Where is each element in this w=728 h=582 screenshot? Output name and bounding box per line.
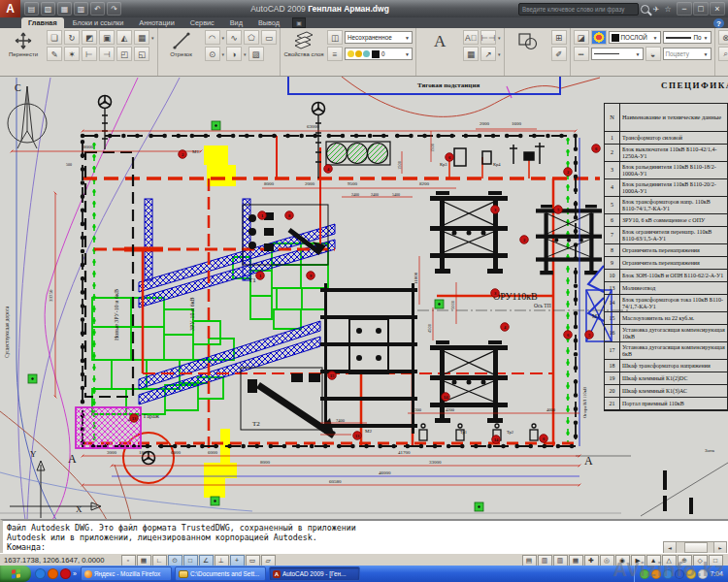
tab-tools[interactable]: Сервис bbox=[183, 17, 221, 28]
circle-tool-icon[interactable]: ⊙ bbox=[205, 47, 220, 61]
color-select[interactable]: ПОСЛОЙ▼ bbox=[609, 31, 661, 44]
leader-tool-icon[interactable]: ↗ bbox=[480, 47, 496, 61]
tray-globe-icon[interactable] bbox=[663, 569, 673, 579]
plot-button[interactable]: ▥ bbox=[74, 2, 88, 16]
zoom-utility-icon[interactable]: ⌕ bbox=[718, 47, 728, 61]
lineweight-select[interactable]: По▼ bbox=[663, 31, 711, 44]
rotate-tool-icon[interactable]: ↻ bbox=[64, 30, 80, 45]
offset-tool-icon[interactable]: ◱ bbox=[134, 47, 149, 61]
firefox-quicklaunch-icon[interactable] bbox=[48, 568, 58, 579]
scroll-right-icon[interactable]: ► bbox=[713, 542, 726, 553]
search-input[interactable]: Введите ключевое слово или фразу bbox=[518, 3, 639, 16]
extend-tool-icon[interactable]: ⊢ bbox=[82, 47, 97, 61]
tray-blue-icon[interactable] bbox=[675, 569, 684, 579]
open-file-button[interactable]: ▧ bbox=[41, 2, 55, 16]
layout2-button[interactable]: ▥ bbox=[553, 555, 568, 566]
coordinates-readout[interactable]: 1637.1738, 1206.1647, 0.0000 bbox=[0, 556, 120, 565]
tray-shield-icon[interactable] bbox=[640, 569, 649, 579]
tray-gold-icon[interactable] bbox=[686, 569, 696, 579]
scroll-thumb[interactable] bbox=[684, 542, 708, 553]
text-button[interactable]: A bbox=[419, 30, 460, 51]
tab-output[interactable]: Вывод bbox=[251, 17, 286, 28]
restore-button[interactable]: □ bbox=[693, 2, 709, 16]
zoom-button[interactable]: ◎ bbox=[600, 555, 614, 566]
ie-quicklaunch-icon[interactable] bbox=[35, 568, 46, 579]
dimension-tool-icon[interactable]: ⊢⊣ bbox=[480, 30, 496, 45]
arc-tool-icon[interactable]: ◠ bbox=[205, 30, 220, 45]
undo-button[interactable]: ↶ bbox=[90, 2, 105, 16]
steeringwheel-button[interactable]: ◉ bbox=[615, 555, 630, 566]
match-properties-icon[interactable]: ◪ bbox=[574, 30, 589, 45]
model-button[interactable]: ▤ bbox=[522, 555, 537, 566]
layer-on-bulb-icon[interactable] bbox=[347, 50, 354, 57]
close-button[interactable]: × bbox=[710, 2, 725, 16]
scale-tool-icon[interactable]: ▣ bbox=[99, 30, 115, 45]
task-autocad[interactable]: AAutoCAD 2009 - [Ген... bbox=[269, 566, 360, 581]
search-icon[interactable] bbox=[639, 3, 650, 15]
layer-isolate-icon[interactable]: ≡ bbox=[327, 47, 343, 61]
ribbon-options-icon[interactable]: ▣ bbox=[292, 17, 306, 28]
ducs-toggle[interactable]: ⊥ bbox=[215, 555, 229, 566]
rectangle-tool-icon[interactable]: ▭ bbox=[261, 30, 277, 45]
hatch-tool-icon[interactable]: ▨ bbox=[248, 47, 264, 61]
polygon-tool-icon[interactable]: ⬠ bbox=[244, 30, 259, 45]
layer-freeze-icon[interactable] bbox=[355, 50, 362, 57]
drawing-area[interactable]: 6300020001600800050033750800020009500820… bbox=[0, 76, 728, 520]
lwt-toggle[interactable]: ▭ bbox=[246, 555, 260, 566]
layer-state-select[interactable]: Несохраненное▼ bbox=[345, 31, 413, 44]
command-prompt[interactable]: Команда: bbox=[7, 542, 728, 552]
opera-quicklaunch-icon[interactable] bbox=[60, 568, 71, 579]
layer-properties-button[interactable]: Свойства слоя bbox=[283, 30, 324, 58]
quick-launch-more-icon[interactable]: » bbox=[73, 570, 77, 577]
edit-block-icon[interactable]: ✐ bbox=[551, 47, 567, 61]
layout1-button[interactable]: ▥ bbox=[538, 555, 552, 566]
copy-tool-icon[interactable]: ❏ bbox=[47, 30, 62, 45]
autocad-logo-icon[interactable]: A bbox=[0, 0, 20, 17]
new-file-button[interactable]: ▤ bbox=[24, 2, 39, 16]
fillet-tool-icon[interactable]: ◰ bbox=[116, 47, 132, 61]
modify-more-icon[interactable]: ▾ bbox=[151, 35, 154, 41]
mirror-tool-icon[interactable]: ◭ bbox=[116, 30, 132, 45]
communication-center-icon[interactable]: ✈ bbox=[650, 3, 662, 15]
break-tool-icon[interactable]: ⊣ bbox=[99, 47, 115, 61]
annotation-visibility-button[interactable]: △ bbox=[662, 555, 677, 566]
move-button[interactable]: Перенести bbox=[3, 30, 44, 58]
table-tool-icon[interactable]: ▦ bbox=[463, 47, 479, 61]
linetype-icon[interactable]: ┅ bbox=[574, 47, 589, 61]
redo-button[interactable]: ↷ bbox=[107, 2, 121, 16]
favorites-star-icon[interactable]: ☆ bbox=[662, 3, 674, 15]
grid-toggle[interactable]: ▦ bbox=[137, 555, 151, 566]
ortho-toggle[interactable]: ∟ bbox=[152, 555, 167, 566]
linetype-select[interactable]: ▼ bbox=[591, 48, 644, 60]
layer-select[interactable]: 0▼ bbox=[345, 48, 413, 60]
help-icon[interactable]: ? bbox=[713, 18, 724, 28]
annotation-auto-button[interactable]: ⊕ bbox=[678, 555, 692, 566]
explode-tool-icon[interactable]: ✶ bbox=[64, 47, 80, 61]
ellipse-tool-icon[interactable]: ◑ bbox=[226, 47, 242, 61]
trim-tool-icon[interactable]: ◩ bbox=[82, 30, 97, 45]
erase-tool-icon[interactable]: ✎ bbox=[47, 47, 62, 61]
insert-block-button[interactable] bbox=[508, 30, 548, 51]
osnap-toggle[interactable]: □ bbox=[183, 555, 198, 566]
command-window[interactable]: Файл Autodesk DWG. Это файл формата Trus… bbox=[0, 519, 728, 557]
snap-toggle[interactable]: ▫ bbox=[121, 555, 136, 566]
dyn-toggle[interactable]: + bbox=[230, 555, 245, 566]
showmotion-button[interactable]: ▶ bbox=[631, 555, 645, 566]
pan-button[interactable]: ✚ bbox=[584, 555, 599, 566]
qp-toggle[interactable]: ▱ bbox=[261, 555, 276, 566]
array-tool-icon[interactable]: ▦ bbox=[134, 30, 149, 45]
tab-view[interactable]: Вид bbox=[223, 17, 249, 28]
minimize-button[interactable]: − bbox=[677, 2, 692, 16]
taskbar-clock[interactable]: 7:04 bbox=[710, 570, 723, 577]
create-block-icon[interactable]: ⊞ bbox=[551, 30, 567, 45]
cleanscreen-button[interactable]: □ bbox=[709, 555, 723, 566]
save-button[interactable]: ▦ bbox=[57, 2, 72, 16]
layer-lock-icon[interactable] bbox=[363, 50, 370, 57]
tab-blocks[interactable]: Блоки и ссылки bbox=[66, 17, 131, 28]
scroll-left-icon[interactable]: ◄ bbox=[664, 542, 677, 553]
annotation-scale-button[interactable]: ▲ bbox=[646, 555, 661, 566]
start-button[interactable] bbox=[0, 566, 31, 582]
task-explorer[interactable]: C:\Documents and Sett... bbox=[175, 566, 266, 581]
mtext-tool-icon[interactable]: A⃓ bbox=[463, 30, 479, 45]
workspace-lock-button[interactable]: ◇ bbox=[693, 555, 708, 566]
